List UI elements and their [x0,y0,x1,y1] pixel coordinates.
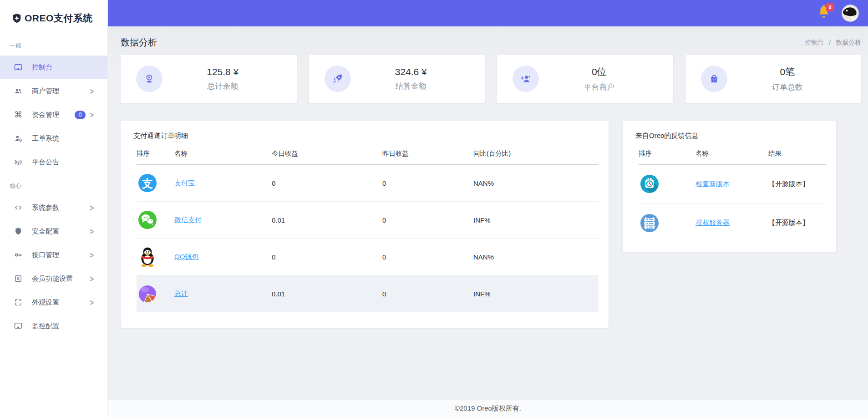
feedback-link-license[interactable]: 授权服务器 [695,219,730,226]
sidebar-item-member-features[interactable]: $ 会员功能设置 > [0,267,107,290]
sidebar-section-general: 一般 [0,42,107,50]
user-plus-icon [513,66,539,92]
channel-orders-panel: 支付通道订单明细 排序 名称 今日收益 昨日收益 同比(百分比) 支 支付宝 0… [121,121,609,328]
breadcrumb: 控制台 / 数据分析 [805,39,861,47]
sidebar: OREO支付系统 一般 控制台 商户管理 > ⌘ 资金管理 0 > 工单系统 平… [0,0,108,417]
user-avatar[interactable] [842,5,859,22]
feedback-table: 排序 名称 结果 检查新版本 【开源版本】 授权 [639,143,826,242]
sidebar-item-label: 控制台 [32,63,52,72]
feedback-panel: 来自Oreo的反馈信息 排序 名称 结果 检查新版本 【开源版本】 [623,121,836,252]
cell-yesterday: 0 [382,216,473,224]
chevron-right-icon: > [90,274,94,283]
chevron-right-icon: > [90,250,94,259]
chevron-right-icon: > [90,297,94,307]
feedback-link-version[interactable]: 检查新版本 [695,180,730,188]
sidebar-item-appearance[interactable]: 外观设置 > [0,290,107,314]
sidebar-item-monitoring[interactable]: 监控配置 [0,314,107,338]
command-icon: ⌘ [14,110,23,119]
funds-count-badge: 0 [75,111,86,119]
basket-icon [701,66,727,92]
column-header-sort: 排序 [137,149,174,158]
notifications-button[interactable]: 0 [817,4,832,22]
column-header-ratio: 同比(百分比) [473,149,599,158]
main-content: 数据分析 控制台 / 数据分析 125.8 ¥ 总计余额 324.6 ¥ 结算金… [108,26,868,417]
column-header-name: 名称 [174,149,272,158]
cell-yesterday: 0 [382,179,473,187]
column-header-sort: 排序 [639,149,695,158]
column-header-name: 名称 [695,149,768,158]
channel-link-qq[interactable]: QQ钱包 [174,253,198,260]
cell-today: 0 [272,253,382,261]
webcam-icon [136,66,162,92]
cell-today: 0.01 [272,290,382,298]
sidebar-item-label: 商户管理 [32,87,59,96]
pie-chart-icon [137,283,158,305]
channel-link-total[interactable]: 总计 [174,290,188,297]
column-header-yesterday: 昨日收益 [382,149,473,158]
sidebar-item-tickets[interactable]: 工单系统 [0,127,107,150]
feedback-row-license: 授权服务器 【开源版本】 [639,203,826,242]
wechat-icon [137,209,158,231]
alipay-icon: 支 [137,172,158,194]
channel-link-wechat[interactable]: 微信支付 [174,216,202,224]
stat-value: 125.8 ¥ [162,66,283,77]
footer: ©2019 Oreo版权所有. [108,400,868,417]
stat-value: 324.6 ¥ [351,66,472,77]
sidebar-item-merchants[interactable]: 商户管理 > [0,79,107,103]
channel-panel-title: 支付通道订单明细 [121,121,609,143]
cell-ratio: NAN% [473,179,599,187]
stat-card-merchants: 0位 平台商户 [497,55,673,103]
sidebar-item-api[interactable]: 接口管理 > [0,243,107,267]
cell-ratio: NAN% [473,253,599,261]
topbar: 0 [108,0,868,26]
stat-card-balance: 125.8 ¥ 总计余额 [121,55,297,103]
user-gear-icon [14,134,23,143]
stat-label: 订单总数 [727,82,848,92]
breadcrumb-current: 数据分析 [836,39,861,46]
channel-table-header: 排序 名称 今日收益 昨日收益 同比(百分比) [137,143,599,165]
code-icon [14,203,23,212]
sidebar-item-funds[interactable]: ⌘ 资金管理 0 > [0,103,107,127]
feedback-table-header: 排序 名称 结果 [639,143,826,165]
breadcrumb-parent[interactable]: 控制台 [805,39,824,46]
chevron-right-icon: > [90,86,94,96]
sidebar-item-label: 会员功能设置 [32,275,73,283]
table-row-alipay: 支 支付宝 0 0 NAN% [137,165,599,202]
sidebar-item-label: 系统参数 [32,203,59,212]
frame-plus-icon [14,298,23,307]
chevron-right-icon: > [90,203,94,212]
app-title: OREO支付系统 [25,12,93,25]
stat-label: 总计余额 [162,81,283,92]
logo-shield-icon [12,13,22,23]
app-logo[interactable]: OREO支付系统 [0,0,107,25]
sidebar-item-dashboard[interactable]: 控制台 [0,56,107,79]
breadcrumb-separator: / [829,39,831,46]
page-title: 数据分析 [121,36,157,49]
dollar-square-icon: $ [14,274,23,283]
channel-link-alipay[interactable]: 支付宝 [174,179,195,187]
sidebar-item-security[interactable]: 安全配置 > [0,219,107,243]
monitor-icon [14,63,23,72]
sidebar-item-announcements[interactable]: 平台公告 [0,150,107,174]
broadcast-icon [14,158,23,167]
monitor-icon [14,321,23,331]
sidebar-item-label: 监控配置 [32,322,59,331]
qq-wallet-icon [137,246,158,268]
sidebar-item-label: 工单系统 [32,134,59,143]
copyright-text: ©2019 Oreo版权所有. [455,404,521,413]
stat-label: 结算金额 [351,81,472,92]
table-row-total: 总计 0.01 0 INF% [137,275,599,312]
sidebar-item-label: 资金管理 [32,111,59,119]
key-icon [14,250,23,259]
svg-text:支: 支 [142,177,153,189]
sidebar-item-system-params[interactable]: 系统参数 > [0,196,107,219]
shield-icon [14,227,23,236]
cell-yesterday: 0 [382,290,473,298]
chevron-right-icon: > [90,110,94,119]
cell-today: 0 [272,179,382,187]
stat-cards-row: 125.8 ¥ 总计余额 324.6 ¥ 结算金额 0位 平台商户 [121,55,861,103]
table-row-wechat: 微信支付 0.01 0 INF% [137,202,599,239]
notification-count-badge: 0 [826,3,834,11]
cell-result: 【开源版本】 [768,180,826,188]
chevron-right-icon: > [90,226,94,236]
